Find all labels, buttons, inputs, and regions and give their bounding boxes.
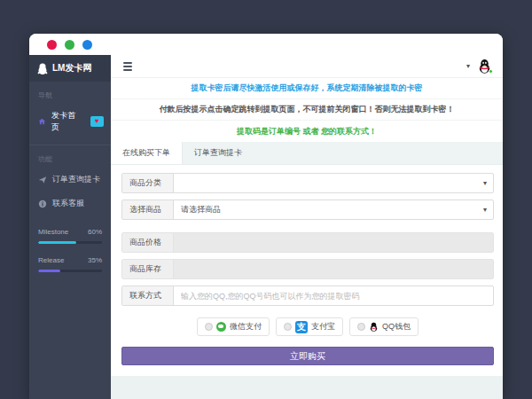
chevron-down-icon[interactable]: ▾: [466, 62, 470, 70]
contact-field-wrap: [174, 286, 493, 305]
form-row-contact: 联系方式: [121, 286, 494, 306]
send-icon: [38, 176, 47, 184]
sidebar-item-label: 发卡首页: [51, 110, 80, 133]
sidebar-item-order-query[interactable]: 订单查询提卡: [29, 168, 111, 192]
payment-methods: 微信支付 支 支付宝: [121, 317, 494, 336]
contact-input[interactable]: [181, 292, 486, 301]
product-value: 请选择商品: [181, 204, 221, 215]
pay-label: QQ钱包: [382, 321, 411, 332]
progress-fill: [38, 270, 60, 272]
main-panel: ▾: [111, 55, 503, 399]
traffic-light-red-icon[interactable]: [47, 40, 57, 50]
progress-track: [38, 241, 102, 244]
online-status-dot: [489, 69, 493, 74]
progress-release: Release 35%: [38, 256, 102, 272]
brand-title: LM发卡网: [52, 62, 91, 74]
radio-icon: [284, 323, 292, 331]
info-icon: [38, 200, 47, 208]
form-row-category: 商品分类 ▾: [121, 173, 494, 193]
sidebar: LM发卡网 导航 发卡首页 ♥ 功能 订单查询提卡: [29, 55, 111, 399]
notice-code: 提取码是订单编号 或者 您的联系方式！: [111, 121, 503, 142]
product-select[interactable]: 请选择商品 ▾: [174, 200, 493, 219]
qq-wallet-icon: [369, 322, 379, 332]
notice-activation: 提取卡密后请尽快激活使用或保存好，系统定期清除被提取的卡密: [111, 78, 503, 99]
stock-field: [174, 260, 493, 278]
sidebar-item-label: 联系客服: [52, 198, 84, 209]
category-select[interactable]: ▾: [174, 174, 493, 192]
progress-label: Release: [38, 256, 64, 264]
browser-window: LM发卡网 导航 发卡首页 ♥ 功能 订单查询提卡: [29, 34, 503, 399]
pay-qq-button[interactable]: QQ钱包: [349, 317, 419, 336]
window-titlebar: [29, 34, 503, 55]
radio-icon: [205, 323, 213, 331]
brand-header: LM发卡网: [29, 55, 111, 82]
pay-alipay-button[interactable]: 支 支付宝: [276, 317, 343, 336]
page-footer-area: [111, 376, 503, 399]
sidebar-section-nav: 导航: [29, 82, 111, 104]
product-label: 选择商品: [122, 200, 174, 219]
category-label: 商品分类: [122, 174, 174, 192]
buy-now-button[interactable]: 立即购买: [121, 347, 494, 365]
stock-label: 商品库存: [122, 260, 174, 278]
radio-icon: [357, 323, 365, 331]
menu-toggle-icon[interactable]: [123, 62, 132, 71]
notice-list: 提取卡密后请尽快激活使用或保存好，系统定期清除被提取的卡密 付款后按提示点击确定…: [111, 78, 503, 142]
contact-label: 联系方式: [122, 286, 174, 305]
pay-label: 支付宝: [311, 321, 335, 332]
purchase-form: 商品分类 ▾ 选择商品 请选择商品 ▾ 商品价格: [111, 165, 503, 376]
tab-bar: 在线购买下单 订单查询提卡: [111, 142, 503, 165]
sidebar-item-contact[interactable]: 联系客服: [29, 192, 111, 215]
sidebar-section-func: 功能: [29, 145, 111, 168]
price-label: 商品价格: [122, 233, 174, 252]
traffic-light-green-icon[interactable]: [65, 40, 74, 50]
progress-label: Milestone: [38, 228, 68, 236]
qq-account-icon[interactable]: [477, 59, 492, 74]
sidebar-item-home[interactable]: 发卡首页 ♥: [29, 104, 111, 139]
progress-track: [38, 270, 102, 272]
penguin-logo-icon: [37, 63, 48, 74]
home-icon: [38, 117, 46, 126]
alipay-icon: 支: [295, 321, 308, 333]
top-navbar: ▾: [111, 55, 503, 78]
progress-value: 60%: [88, 228, 102, 236]
select-caret-icon: ▾: [483, 206, 487, 214]
progress-milestone: Milestone 60%: [38, 228, 102, 244]
sidebar-item-label: 订单查询提卡: [52, 174, 100, 185]
progress-fill: [38, 241, 76, 244]
wechat-icon: [216, 322, 226, 332]
pay-wechat-button[interactable]: 微信支付: [197, 317, 270, 336]
form-row-price: 商品价格: [121, 232, 494, 253]
heart-badge-icon: ♥: [90, 116, 104, 127]
pay-label: 微信支付: [230, 321, 262, 332]
notice-payment: 付款后按提示点击确定跳转到提取页面，不可提前关闭窗口！否则无法提取到卡密！: [111, 99, 503, 121]
traffic-light-blue-icon[interactable]: [82, 40, 92, 50]
tab-buy-online[interactable]: 在线购买下单: [111, 142, 183, 164]
form-row-product: 选择商品 请选择商品 ▾: [121, 200, 494, 220]
price-field: [174, 233, 493, 252]
form-row-stock: 商品库存: [121, 259, 494, 279]
select-caret-icon: ▾: [483, 179, 487, 187]
progress-value: 35%: [88, 256, 102, 264]
tab-order-query[interactable]: 订单查询提卡: [183, 142, 254, 164]
